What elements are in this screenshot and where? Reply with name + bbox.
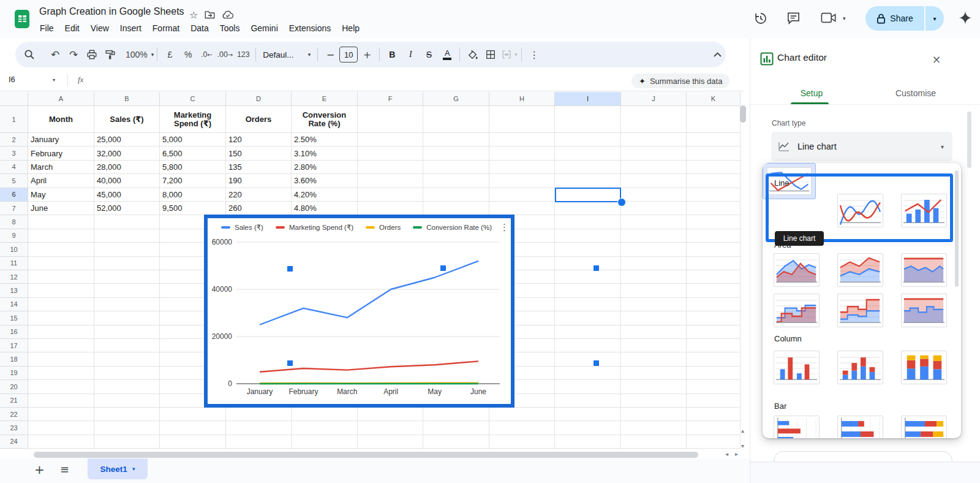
cell-I15[interactable] <box>555 311 621 325</box>
cell-J8[interactable] <box>621 215 687 229</box>
row-header-17[interactable]: 17 <box>0 339 28 352</box>
menu-gemini[interactable]: Gemini <box>245 22 283 34</box>
cell-K6[interactable] <box>687 188 741 202</box>
column-chart-thumbnail[interactable] <box>774 351 820 384</box>
cell-K18[interactable] <box>687 352 741 366</box>
cell-A20[interactable] <box>28 380 94 394</box>
cell-K10[interactable] <box>687 243 741 256</box>
cell-C7[interactable]: 9,500 <box>160 202 226 215</box>
cell-C3[interactable]: 6,500 <box>160 146 226 160</box>
cell-J10[interactable] <box>621 243 687 256</box>
corner-box[interactable] <box>0 92 28 106</box>
document-title[interactable]: Graph Creation in Google Sheets <box>39 6 184 17</box>
cell-C6[interactable]: 8,000 <box>160 188 226 202</box>
cell-B9[interactable] <box>94 229 160 243</box>
share-options-caret[interactable]: ▾ <box>925 6 944 31</box>
cell-G24[interactable] <box>423 435 489 449</box>
cell-I10[interactable] <box>555 243 621 256</box>
row-header-14[interactable]: 14 <box>0 298 28 311</box>
cell-B17[interactable] <box>94 339 160 352</box>
cell-J9[interactable] <box>621 229 687 243</box>
cell-A22[interactable] <box>28 408 94 421</box>
cell-J20[interactable] <box>621 380 687 394</box>
cell-I13[interactable] <box>555 284 621 297</box>
add-sheet-button[interactable]: + <box>34 462 45 477</box>
search-button[interactable] <box>20 45 39 64</box>
number-format-button[interactable]: 123 <box>234 45 252 64</box>
cell-D24[interactable] <box>226 435 292 449</box>
cell-C4[interactable]: 5,800 <box>160 161 226 174</box>
font-size-input[interactable]: 10 <box>339 47 358 63</box>
cell-I23[interactable] <box>555 421 621 435</box>
horizontal-scrollbar[interactable] <box>34 452 698 458</box>
cell-K4[interactable] <box>687 161 741 174</box>
cell-B16[interactable] <box>94 325 160 339</box>
row-header-6[interactable]: 6 <box>0 188 28 202</box>
cell-F2[interactable] <box>358 133 423 146</box>
cell-F6[interactable] <box>358 188 423 202</box>
cell-A10[interactable] <box>28 243 94 256</box>
cell-B13[interactable] <box>94 284 160 297</box>
col-header-I[interactable]: I <box>555 92 621 106</box>
fill-color-button[interactable] <box>463 45 481 64</box>
redo-button[interactable]: ↷ <box>64 45 83 64</box>
row-header-10[interactable]: 10 <box>0 243 28 256</box>
cell-I12[interactable] <box>555 270 621 284</box>
cell-J12[interactable] <box>621 270 687 284</box>
cell-A17[interactable] <box>28 339 94 352</box>
row-header-12[interactable]: 12 <box>0 270 28 284</box>
row-header-11[interactable]: 11 <box>0 257 28 270</box>
scroll-right-icon[interactable]: ▸ <box>735 451 738 457</box>
cell-J22[interactable] <box>621 408 687 421</box>
stacked-column-thumbnail[interactable] <box>837 351 883 384</box>
cell-K13[interactable] <box>687 284 741 297</box>
star-icon[interactable]: ☆ <box>189 9 198 21</box>
cell-K20[interactable] <box>687 380 741 394</box>
combo-chart-thumbnail[interactable] <box>901 194 947 227</box>
cell-J21[interactable] <box>621 394 687 408</box>
cell-B7[interactable]: 52,000 <box>94 202 160 215</box>
row-header-9[interactable]: 9 <box>0 229 28 243</box>
cell-G22[interactable] <box>423 408 489 421</box>
move-to-folder-icon[interactable] <box>205 10 215 19</box>
col-header-H[interactable]: H <box>489 92 555 106</box>
paint-format-button[interactable] <box>101 45 119 64</box>
cell-H2[interactable] <box>489 133 555 146</box>
name-box[interactable]: I6 <box>9 75 15 84</box>
cell-J11[interactable] <box>621 257 687 270</box>
cell-B14[interactable] <box>94 298 160 311</box>
text-color-button[interactable]: A <box>438 45 456 64</box>
gallery-scrollbar[interactable] <box>955 170 959 287</box>
cell-J16[interactable] <box>621 325 687 339</box>
cell-A16[interactable] <box>28 325 94 339</box>
cell-G1[interactable] <box>423 106 489 133</box>
cloud-status-icon[interactable] <box>222 10 234 19</box>
cell-J6[interactable] <box>621 188 687 202</box>
cell-G4[interactable] <box>423 161 489 174</box>
stacked-column-100-thumbnail[interactable] <box>901 351 947 384</box>
menu-insert[interactable]: Insert <box>115 22 147 34</box>
cell-I2[interactable] <box>555 133 621 146</box>
cell-B8[interactable] <box>94 215 160 229</box>
cell-J18[interactable] <box>621 352 687 366</box>
cell-A8[interactable] <box>28 215 94 229</box>
cell-B20[interactable] <box>94 380 160 394</box>
cell-H23[interactable] <box>489 421 555 435</box>
menu-help[interactable]: Help <box>336 22 365 34</box>
cell-K3[interactable] <box>687 146 741 160</box>
sheets-logo-icon[interactable] <box>12 9 32 29</box>
scroll-down-icon[interactable]: ▾ <box>741 443 744 449</box>
cell-B2[interactable]: 25,000 <box>94 133 160 146</box>
row-header-20[interactable]: 20 <box>0 380 28 394</box>
cell-K22[interactable] <box>687 408 741 421</box>
cell-I1[interactable] <box>555 106 621 133</box>
cell-J17[interactable] <box>621 339 687 352</box>
cell-H4[interactable] <box>489 161 555 174</box>
cell-B21[interactable] <box>94 394 160 408</box>
cell-F5[interactable] <box>358 174 423 188</box>
row-header-7[interactable]: 7 <box>0 202 28 215</box>
cell-B12[interactable] <box>94 270 160 284</box>
chart-resize-handle[interactable] <box>594 265 599 271</box>
font-select[interactable]: Defaul... ▾ <box>259 45 314 64</box>
cell-E24[interactable] <box>292 435 358 449</box>
